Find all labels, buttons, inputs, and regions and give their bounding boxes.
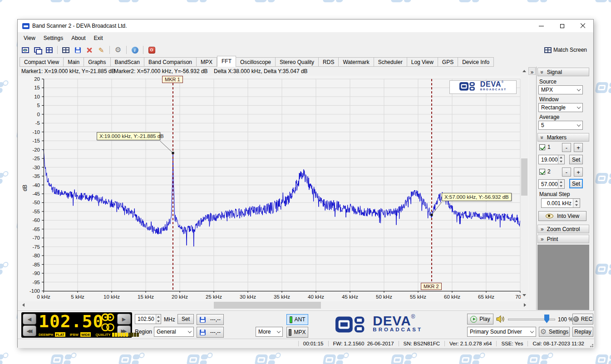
spin-up-button[interactable] — [156, 315, 161, 319]
volume-slider-thumb[interactable] — [544, 315, 549, 323]
spin-down-button[interactable] — [573, 203, 580, 208]
minimize-button[interactable] — [531, 20, 552, 32]
sound-driver-select[interactable]: Primary Sound Driver — [467, 327, 536, 337]
tab-rds[interactable]: RDS — [319, 57, 339, 67]
menu-item-settings[interactable]: Settings — [39, 33, 67, 43]
spin-up-button[interactable] — [558, 180, 564, 184]
average-select[interactable]: 5 — [538, 121, 583, 130]
frequency-set-button[interactable]: Set — [177, 314, 194, 324]
chart-vertical-scrollbar[interactable] — [521, 76, 528, 299]
horizontal-scroll-thumb[interactable] — [214, 302, 321, 309]
signal-panel-header[interactable]: » Signal — [537, 68, 589, 76]
chart-scroll-right-button[interactable] — [521, 301, 528, 309]
y-tick-label: -5 — [35, 120, 40, 126]
tab-graphs[interactable]: Graphs — [84, 57, 110, 67]
delete-button[interactable] — [84, 45, 94, 54]
tab-log-view[interactable]: Log View — [407, 57, 438, 67]
chart-horizontal-scrollbar[interactable] — [19, 301, 529, 309]
marker2-plus-button[interactable]: + — [574, 167, 583, 177]
tile-windows-button[interactable] — [44, 45, 54, 54]
window-select[interactable]: Rectangle — [538, 103, 583, 112]
seek-down-button[interactable]: ◀◀ — [23, 325, 36, 336]
antenna-input-button[interactable]: ANT — [286, 314, 308, 325]
chart-scroll-left-button[interactable] — [20, 301, 27, 309]
print-panel-header[interactable]: » Print — [537, 235, 589, 243]
save-button[interactable] — [73, 45, 83, 54]
markers-panel-header[interactable]: » Markers — [537, 133, 589, 142]
deva-name-row: DEVA® — [480, 81, 507, 88]
menu-bar: ViewSettingsAboutExit — [18, 32, 593, 44]
tab-mpx[interactable]: MPX — [197, 57, 217, 67]
replay-button[interactable]: Replay — [572, 327, 593, 337]
match-screen-tool-button[interactable] — [61, 45, 71, 54]
tab-fft[interactable]: FFT — [217, 56, 236, 67]
marker2-checkbox[interactable] — [539, 169, 545, 175]
spin-down-button[interactable] — [558, 160, 564, 164]
marker1-frequency-spinner[interactable]: 19.000 — [538, 155, 565, 164]
spin-up-button[interactable] — [573, 199, 580, 203]
marker-flag-1[interactable]: MKR 1 — [162, 76, 183, 83]
watermark-logo-icon — [0, 0, 10, 8]
source-select[interactable]: MPX — [538, 85, 583, 94]
tune-up-button[interactable]: ▶ — [117, 314, 131, 325]
watermark-logo-icon — [116, 352, 146, 364]
mpx-input-button[interactable]: MPX — [286, 327, 308, 338]
info-button[interactable]: i — [130, 45, 140, 54]
cascade-windows-button[interactable] — [32, 45, 42, 54]
play-button[interactable]: Play — [467, 314, 493, 325]
maximize-button[interactable] — [552, 20, 572, 32]
marker1-plus-button[interactable]: + — [574, 143, 583, 152]
sidebar-collapse-button[interactable]: » — [528, 67, 536, 75]
deva-logo-text: DEVA®BROADCAST — [373, 314, 423, 333]
close-button[interactable] — [572, 20, 593, 32]
spin-down-button[interactable] — [156, 319, 161, 324]
frequency-spinner[interactable]: 102.50 — [135, 314, 161, 324]
vertical-scroll-thumb[interactable] — [521, 158, 527, 196]
power-button[interactable]: O — [147, 45, 157, 54]
region-select[interactable]: General — [154, 327, 194, 337]
spin-down-button[interactable] — [558, 184, 564, 189]
into-view-button[interactable]: Into View — [538, 211, 586, 221]
tab-scheduler[interactable]: Scheduler — [374, 57, 407, 67]
marker2-minus-button[interactable]: - — [562, 167, 571, 177]
more-presets-select[interactable]: More — [256, 327, 283, 337]
marker2-frequency-spinner[interactable]: 57.000 — [538, 179, 565, 189]
marker2-set-button[interactable]: Set — [569, 179, 583, 188]
tab-bandscan[interactable]: BandScan — [111, 57, 144, 67]
audio-settings-button[interactable]: ⚙ Settings — [539, 327, 570, 337]
tab-band-comparison[interactable]: Band Comparison — [144, 57, 197, 67]
menu-item-view[interactable]: View — [20, 33, 39, 43]
settings-tool-button[interactable]: ⚙ — [113, 45, 123, 54]
tab-watermark[interactable]: Watermark — [339, 57, 374, 67]
zoom-control-panel-header[interactable]: » Zoom Control — [537, 225, 589, 233]
y-tick-label: -50 — [32, 200, 40, 205]
watermark-logo-icon — [48, 352, 78, 364]
compact-view-button[interactable] — [20, 45, 30, 54]
chart-scroll-up-button[interactable] — [521, 67, 528, 74]
edit-button[interactable]: ✎ — [96, 45, 106, 54]
marker1-minus-button[interactable]: - — [562, 143, 571, 152]
resize-grip[interactable] — [589, 339, 594, 348]
chart-scroll-down-button[interactable] — [521, 291, 528, 299]
marker1-checkbox[interactable] — [539, 144, 545, 150]
tab-main[interactable]: Main — [64, 57, 84, 67]
spin-up-button[interactable] — [558, 155, 564, 160]
deva-brand-sub: BROADCAST — [373, 327, 423, 332]
menu-item-exit[interactable]: Exit — [90, 33, 107, 43]
record-button[interactable]: REC — [572, 314, 593, 325]
match-screen-button[interactable]: Match Screen — [542, 45, 590, 55]
menu-item-about[interactable]: About — [67, 33, 89, 43]
tab-gps[interactable]: GPS — [438, 57, 458, 67]
manual-step-spinner[interactable]: 0.001 kHz — [541, 198, 580, 208]
tab-stereo-quality[interactable]: Stereo Quality — [276, 57, 319, 67]
marker1-set-button[interactable]: Set — [569, 155, 583, 164]
marker-flag-2[interactable]: MKR 2 — [421, 283, 442, 290]
tab-oscilloscope[interactable]: Oscilloscope — [236, 57, 276, 67]
preset-button-r1-2[interactable]: ---,-- — [197, 314, 224, 325]
tune-down-button[interactable]: ◀ — [23, 314, 36, 325]
tab-compact-view[interactable]: Compact View — [20, 57, 64, 67]
play-label: Play — [479, 316, 490, 322]
preset-button-r2-1[interactable]: ---,-- — [197, 327, 224, 338]
y-tick-label: -90 — [32, 271, 40, 276]
tab-device-info[interactable]: Device Info — [458, 57, 494, 67]
